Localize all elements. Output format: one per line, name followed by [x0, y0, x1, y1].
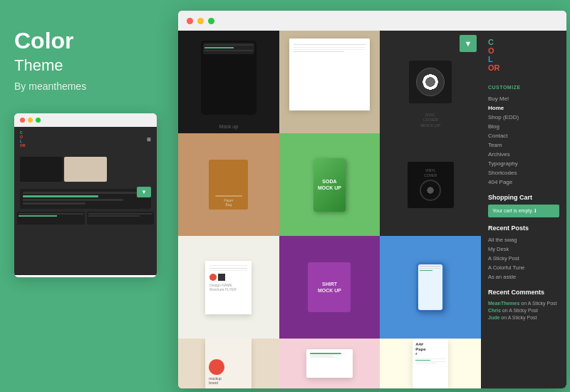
mini-card-row: [23, 192, 148, 194]
mini-grid: [20, 157, 151, 182]
commenter-name[interactable]: MeanThemes: [488, 301, 519, 306]
recent-posts-section: Recent Posts All the swag My Desk A Stic…: [488, 225, 559, 282]
mini-grid-item: [108, 157, 151, 182]
business-card-mockup: [306, 349, 353, 378]
mini-logo: C O L OR: [20, 130, 26, 148]
site-logo: C O L OR: [488, 38, 559, 72]
brochure-mockup: mockupbrand: [205, 339, 252, 388]
mini-browser-content: C O L OR ≡ ▼: [14, 127, 157, 275]
nav-404[interactable]: 404 Page: [488, 177, 559, 187]
grid-cell-11: [279, 339, 380, 388]
comment-item: Chris on A Sticky Post: [488, 306, 559, 314]
site-nav: Buy Me! Home Shop (EDD) Blog Contact Tea…: [488, 94, 559, 187]
nav-archives[interactable]: Archives: [488, 150, 559, 159]
by-line: By meanthemes: [14, 81, 157, 92]
nav-contact[interactable]: Contact: [488, 131, 559, 140]
filter-button[interactable]: ▼: [460, 35, 477, 52]
nav-team[interactable]: Team: [488, 140, 559, 150]
phone-mockup: [201, 41, 256, 115]
comment-text: on A Sticky Post: [521, 301, 556, 306]
comment-text: on A Sticky Post: [502, 308, 538, 313]
recent-comments-section: Recent Comments MeanThemes on A Sticky P…: [488, 289, 559, 321]
logo-o: O: [488, 46, 559, 55]
customize-link[interactable]: CUSTOMIZE: [488, 85, 559, 90]
title-normal: Theme: [14, 56, 157, 75]
color-theme-title: Color Theme: [14, 29, 157, 75]
browser-content: Mock up ▼: [178, 31, 566, 388]
grid-cell-4: PaperBag: [178, 133, 279, 236]
grid-cell-8: SHIRTMOCK UP: [279, 236, 380, 339]
soda-can-mockup: SODAMOCK UP: [314, 158, 346, 212]
portfolio-grid: Mock up ▼: [178, 31, 481, 388]
nav-shortcodes[interactable]: Shortcodes: [488, 168, 559, 177]
site-sidebar: C O L OR CUSTOMIZE Buy Me! Home Shop (ED…: [481, 31, 566, 388]
logo-area: C O L OR: [488, 38, 559, 79]
mini-card: [20, 189, 151, 209]
recent-comments-title: Recent Comments: [488, 289, 559, 296]
logo-or: OR: [488, 63, 559, 72]
mini-dot-yellow: [28, 118, 33, 123]
logo-c: C: [488, 38, 559, 46]
grid-cell-7: Design NAMEBrochure FLYER: [178, 236, 279, 339]
commenter-name[interactable]: Chris: [488, 308, 501, 313]
recent-post-item[interactable]: My Desk: [488, 244, 559, 254]
shirt-mockup: SHIRTMOCK UP: [308, 262, 351, 312]
cart-empty-button[interactable]: Your cart is empty. ℹ: [488, 205, 559, 217]
paper-bag-mockup: PaperBag: [209, 160, 248, 210]
nav-blog[interactable]: Blog: [488, 122, 559, 131]
cart-empty-text: Your cart is empty. ℹ: [492, 208, 537, 214]
nav-home[interactable]: Home: [488, 103, 559, 113]
comment-text: on A Sticky Post: [501, 315, 537, 320]
phone-blue-mockup: [416, 262, 445, 312]
vinyl-mockup: VINYLCOVER: [408, 162, 454, 208]
mini-grid-item: [20, 157, 63, 182]
nav-shop[interactable]: Shop (EDD): [488, 113, 559, 122]
recent-post-item[interactable]: All the swag: [488, 235, 559, 244]
grid-cell-1: Mock up: [178, 31, 279, 133]
letter-mockup: [289, 38, 370, 110]
disc-mockup: [409, 61, 452, 103]
mockup-label: Mock up: [178, 124, 279, 129]
mini-hamburger-icon[interactable]: ≡: [147, 135, 151, 143]
mini-grid-item: [64, 157, 107, 182]
recent-post-item[interactable]: A Sticky Post: [488, 254, 559, 263]
mini-dot-green: [36, 118, 41, 123]
grid-cell-2: [279, 31, 380, 133]
mini-browser-bar: [14, 113, 157, 127]
title-bold: Color: [14, 29, 157, 53]
dot-yellow: [197, 18, 204, 24]
mini-logo-or: OR: [20, 143, 26, 148]
comment-item: MeanThemes on A Sticky Post: [488, 299, 559, 306]
grid-cell-9: [380, 236, 481, 339]
shopping-cart-section: Shopping Cart Your cart is empty. ℹ: [488, 194, 559, 217]
mini-browser-preview: C O L OR ≡ ▼: [14, 113, 157, 277]
dot-red: [187, 18, 193, 24]
grid-cell-5: SODAMOCK UP: [279, 133, 380, 236]
mini-card-row: [23, 202, 86, 205]
mini-header: C O L OR ≡: [14, 127, 157, 151]
recent-posts-title: Recent Posts: [488, 225, 559, 232]
logo-l: L: [488, 55, 559, 63]
left-panel: Color Theme By meanthemes C O L OR ≡ ▼: [0, 0, 171, 392]
grid-cell-10: mockupbrand: [178, 339, 279, 388]
recent-post-item[interactable]: A Colorful Tune: [488, 263, 559, 272]
grid-cell-3: ▼ DISCCOVERMOCK UP: [380, 31, 481, 133]
browser-bar: [178, 11, 566, 31]
mini-dot-red: [20, 118, 25, 123]
mini-card-row: [23, 199, 123, 201]
nav-buy-me[interactable]: Buy Me!: [488, 94, 559, 103]
comment-item: Jude on A Sticky Post: [488, 314, 559, 321]
disc-label: DISCCOVERMOCK UP: [380, 113, 481, 129]
mini-card-row-accent: [23, 195, 98, 197]
grid-cell-12: A4#Paper: [380, 339, 481, 388]
a4-paper-mockup: A4#Paper: [413, 339, 448, 388]
recent-post-item[interactable]: As an aside: [488, 272, 559, 282]
main-browser: Mock up ▼: [178, 11, 566, 388]
dot-green: [208, 18, 214, 24]
commenter-name[interactable]: Jude: [488, 315, 499, 320]
mini-filter-button[interactable]: ▼: [137, 187, 151, 197]
nav-typography[interactable]: Typography: [488, 159, 559, 168]
grid-cell-6: VINYLCOVER: [380, 133, 481, 236]
shopping-cart-title: Shopping Cart: [488, 194, 559, 201]
paper-mockup: Design NAMEBrochure FLYER: [205, 261, 252, 314]
